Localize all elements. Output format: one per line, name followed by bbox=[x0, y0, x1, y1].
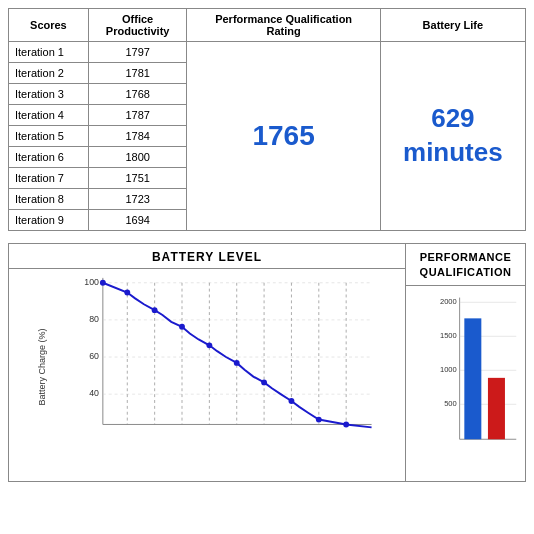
svg-point-28 bbox=[343, 422, 349, 428]
bottom-section: BATTERY LEVEL Battery Charge (%) 100 80 … bbox=[0, 239, 534, 486]
iteration-label: Iteration 7 bbox=[9, 168, 89, 189]
iteration-label: Iteration 9 bbox=[9, 210, 89, 231]
iteration-label: Iteration 4 bbox=[9, 105, 89, 126]
svg-text:1500: 1500 bbox=[440, 331, 457, 340]
perf-chart-title: PERFORMANCEQUALIFICATION bbox=[406, 244, 525, 286]
perf-chart-container: PERFORMANCEQUALIFICATION 2000 1500 1000 … bbox=[406, 243, 526, 482]
iteration-label: Iteration 8 bbox=[9, 189, 89, 210]
iteration-value: 1784 bbox=[88, 126, 187, 147]
svg-rect-39 bbox=[464, 318, 481, 439]
iteration-value: 1797 bbox=[88, 42, 187, 63]
iteration-label: Iteration 6 bbox=[9, 147, 89, 168]
iteration-label: Iteration 3 bbox=[9, 84, 89, 105]
iteration-label: Iteration 1 bbox=[9, 42, 89, 63]
battery-life-header: Battery Life bbox=[380, 9, 525, 42]
svg-point-27 bbox=[316, 417, 322, 423]
svg-point-22 bbox=[179, 324, 185, 330]
svg-point-20 bbox=[124, 290, 130, 296]
svg-text:2000: 2000 bbox=[440, 297, 457, 306]
iteration-label: Iteration 5 bbox=[9, 126, 89, 147]
battery-chart-container: BATTERY LEVEL Battery Charge (%) 100 80 … bbox=[8, 243, 406, 482]
performance-rating-header: Performance QualificationRating bbox=[187, 9, 380, 42]
scores-table: Scores OfficeProductivity Performance Qu… bbox=[8, 8, 526, 231]
iteration-value: 1694 bbox=[88, 210, 187, 231]
iteration-value: 1751 bbox=[88, 168, 187, 189]
iteration-value: 1723 bbox=[88, 189, 187, 210]
svg-rect-40 bbox=[488, 378, 505, 439]
svg-text:40: 40 bbox=[89, 388, 99, 398]
iteration-label: Iteration 2 bbox=[9, 63, 89, 84]
office-productivity-header: OfficeProductivity bbox=[88, 9, 187, 42]
svg-point-19 bbox=[100, 280, 106, 286]
iteration-value: 1781 bbox=[88, 63, 187, 84]
svg-point-24 bbox=[234, 360, 240, 366]
iteration-value: 1787 bbox=[88, 105, 187, 126]
svg-text:500: 500 bbox=[444, 399, 457, 408]
perf-bar-chart: 2000 1500 1000 500 bbox=[436, 290, 521, 461]
battery-chart-title: BATTERY LEVEL bbox=[9, 244, 405, 269]
iteration-value: 1768 bbox=[88, 84, 187, 105]
perf-chart-area: 2000 1500 1000 500 bbox=[406, 286, 525, 481]
svg-text:1000: 1000 bbox=[440, 365, 457, 374]
svg-point-23 bbox=[206, 342, 212, 348]
perf-rating-value: 1765 bbox=[187, 42, 380, 231]
svg-point-25 bbox=[261, 380, 267, 386]
svg-point-21 bbox=[152, 307, 158, 313]
iteration-value: 1800 bbox=[88, 147, 187, 168]
y-axis-label: Battery Charge (%) bbox=[37, 328, 47, 405]
battery-line-chart: 100 80 60 40 bbox=[49, 273, 401, 444]
svg-text:60: 60 bbox=[89, 351, 99, 361]
svg-text:100: 100 bbox=[84, 277, 99, 287]
top-section: Scores OfficeProductivity Performance Qu… bbox=[0, 0, 534, 239]
battery-chart-area: Battery Charge (%) 100 80 60 40 bbox=[9, 269, 405, 464]
svg-point-26 bbox=[289, 398, 295, 404]
battery-life-value: 629minutes bbox=[380, 42, 525, 231]
svg-text:80: 80 bbox=[89, 314, 99, 324]
scores-header: Scores bbox=[9, 9, 89, 42]
